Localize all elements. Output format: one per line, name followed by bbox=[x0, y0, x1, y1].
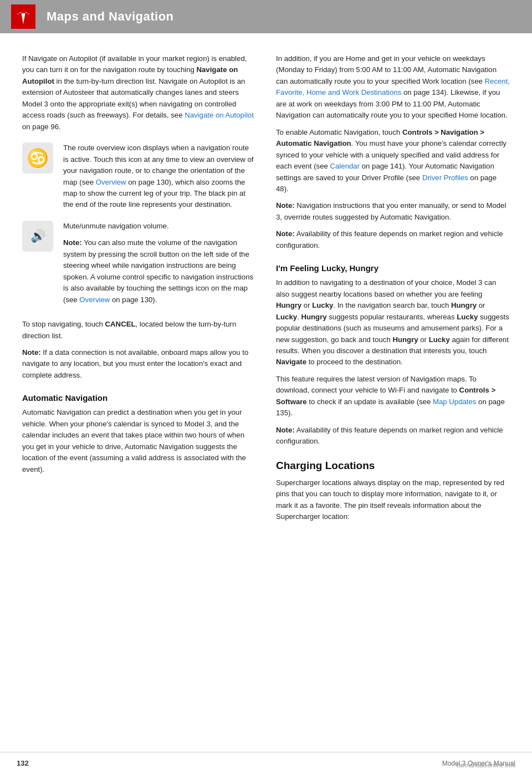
route-overview-icon-row: ♋ The route overview icon displays when … bbox=[22, 142, 256, 211]
intro-paragraph: If Navigate on Autopilot (if available i… bbox=[22, 53, 256, 133]
charging-heading: Charging Locations bbox=[276, 460, 510, 472]
charging-paragraph: Supercharger locations always display on… bbox=[276, 477, 510, 523]
mute-icon: 🔊 bbox=[22, 221, 53, 252]
page-number: 132 bbox=[17, 759, 29, 767]
overview-link-2[interactable]: Overview bbox=[79, 296, 110, 304]
calendar-link[interactable]: Calendar bbox=[330, 162, 360, 170]
feeling-paragraph-2: This feature requires the latest version… bbox=[276, 374, 510, 419]
nav-autopilot-link[interactable]: Navigate on Autopilot bbox=[185, 111, 254, 119]
feeling-heading: I'm Feeling Lucky, Hungry bbox=[276, 263, 510, 273]
main-content: If Navigate on Autopilot (if available i… bbox=[0, 33, 532, 550]
auto-nav-heading: Automatic Navigation bbox=[22, 393, 256, 403]
driver-profiles-link[interactable]: Driver Profiles bbox=[422, 174, 468, 182]
mute-text: Mute/unmute navigation volume. Note: You… bbox=[63, 221, 256, 311]
watermark: carmanualsonline.info bbox=[456, 762, 515, 768]
tesla-logo bbox=[11, 4, 35, 29]
right-column: In addition, if you are Home and get in … bbox=[276, 53, 510, 528]
stop-navigating-para: To stop navigating, touch CANCEL, locate… bbox=[22, 319, 256, 342]
note-availability-2: Note: Availability of this feature depen… bbox=[276, 425, 510, 447]
overview-link-1[interactable]: Overview bbox=[96, 178, 126, 186]
enable-auto-nav: To enable Automatic Navigation, touch Co… bbox=[276, 127, 510, 195]
auto-nav-home-work: In addition, if you are Home and get in … bbox=[276, 53, 510, 121]
map-updates-link[interactable]: Map Updates bbox=[433, 398, 476, 406]
note-availability-1: Note: Availability of this feature depen… bbox=[276, 228, 510, 251]
mute-icon-row: 🔊 Mute/unmute navigation volume. Note: Y… bbox=[22, 221, 256, 311]
auto-nav-paragraph: Automatic Navigation can predict a desti… bbox=[22, 407, 256, 475]
route-overview-icon: ♋ bbox=[22, 142, 53, 174]
page-footer: 132 Model 3 Owner's Manual bbox=[0, 752, 532, 774]
page-header: Maps and Navigation bbox=[0, 0, 532, 33]
tesla-logo-icon bbox=[15, 8, 32, 25]
left-column: If Navigate on Autopilot (if available i… bbox=[22, 53, 256, 528]
feeling-paragraph-1: In addition to navigating to a destinati… bbox=[276, 277, 510, 368]
page-title: Maps and Navigation bbox=[47, 9, 174, 24]
route-overview-text: The route overview icon displays when a … bbox=[63, 142, 256, 211]
note-override: Note: Navigation instructions that you e… bbox=[276, 200, 510, 223]
note-data-connection: Note: If a data connection is not availa… bbox=[22, 347, 256, 381]
